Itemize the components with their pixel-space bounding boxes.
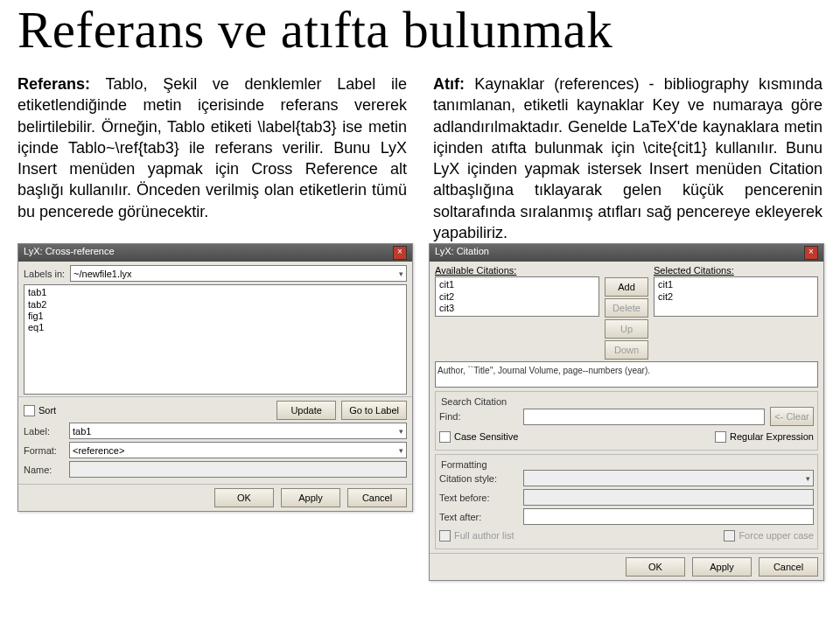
list-item[interactable]: cit2 xyxy=(658,291,814,303)
close-icon[interactable]: × xyxy=(804,246,818,260)
citation-apply-button[interactable]: Apply xyxy=(692,557,752,577)
delete-button[interactable]: Delete xyxy=(605,298,648,318)
labels-in-combo[interactable]: ~/newfile1.lyx xyxy=(70,265,407,282)
citation-ok-button[interactable]: OK xyxy=(626,557,685,577)
ok-button[interactable]: OK xyxy=(214,488,274,507)
list-item[interactable]: cit2 xyxy=(439,291,595,303)
list-item[interactable]: tab2 xyxy=(28,299,402,311)
find-input[interactable] xyxy=(523,409,765,425)
search-group: Search Citation Find: <- Clear Case Sens… xyxy=(435,391,818,451)
text-after-label: Text after: xyxy=(439,512,518,522)
add-button[interactable]: Add xyxy=(605,277,648,297)
apply-button[interactable]: Apply xyxy=(281,488,340,507)
list-item[interactable]: cit3 xyxy=(439,303,595,314)
regex-checkbox[interactable]: Regular Expression xyxy=(715,431,814,443)
crossref-title: LyX: Cross-reference xyxy=(24,246,115,260)
update-button[interactable]: Update xyxy=(276,401,336,420)
left-column-text: Referans: Referans: Tablo, Şekil ve denk… xyxy=(18,73,407,243)
list-item[interactable]: cit1 xyxy=(439,279,595,290)
citation-title: LyX: Citation xyxy=(435,246,489,260)
list-item[interactable]: tab1 xyxy=(28,287,402,298)
full-author-checkbox: Full author list xyxy=(439,530,514,542)
case-sensitive-checkbox[interactable]: Case Sensitive xyxy=(439,431,518,443)
formatting-group: Formatting Citation style: Text before: … xyxy=(435,454,818,549)
force-upper-checkbox: Force upper case xyxy=(724,530,814,542)
available-listbox[interactable]: cit1 cit2 cit3 xyxy=(435,276,599,317)
right-column-text: Atıf: Atıf: Kaynaklar (references) - bib… xyxy=(433,73,822,243)
text-after-input[interactable] xyxy=(523,508,814,525)
label-label: Label: xyxy=(24,426,64,437)
labels-in-label: Labels in: xyxy=(24,269,65,279)
cancel-button[interactable]: Cancel xyxy=(347,488,407,507)
citation-style-combo xyxy=(523,470,814,486)
citation-dialog: LyX: Citation × Available Citations: cit… xyxy=(429,243,824,581)
list-item[interactable]: fig1 xyxy=(28,311,402,322)
crossref-dialog: LyX: Cross-reference × Labels in: ~/newf… xyxy=(18,243,413,512)
author-preview: Author, ``Title'', Journal Volume, page-… xyxy=(435,361,818,388)
citation-style-label: Citation style: xyxy=(439,473,518,484)
citation-cancel-button[interactable]: Cancel xyxy=(759,557,818,577)
label-combo[interactable]: tab1 xyxy=(69,423,407,439)
sort-checkbox[interactable]: Sort xyxy=(24,405,56,416)
page-title: Referans ve atıfta bulunmak xyxy=(18,0,822,60)
down-button[interactable]: Down xyxy=(605,340,648,360)
clear-button[interactable]: <- Clear xyxy=(770,407,814,426)
list-item[interactable]: cit1 xyxy=(658,279,814,290)
name-label: Name: xyxy=(24,465,64,475)
text-before-input xyxy=(523,489,814,506)
format-combo[interactable]: <reference> xyxy=(69,442,407,458)
goto-label-button[interactable]: Go to Label xyxy=(341,401,407,420)
text-before-label: Text before: xyxy=(439,493,518,503)
citation-titlebar: LyX: Citation × xyxy=(430,244,823,262)
close-icon[interactable]: × xyxy=(393,246,407,260)
crossref-titlebar: LyX: Cross-reference × xyxy=(18,244,412,262)
find-label: Find: xyxy=(439,411,518,422)
up-button[interactable]: Up xyxy=(605,319,648,339)
selected-listbox[interactable]: cit1 cit2 xyxy=(654,276,818,317)
selected-label: Selected Citations: xyxy=(654,265,818,276)
name-input xyxy=(69,461,407,478)
list-item[interactable]: eq1 xyxy=(28,322,402,333)
labels-listbox[interactable]: tab1 tab2 fig1 eq1 xyxy=(24,284,407,395)
format-label: Format: xyxy=(24,445,64,456)
available-label: Available Citations: xyxy=(435,265,599,276)
